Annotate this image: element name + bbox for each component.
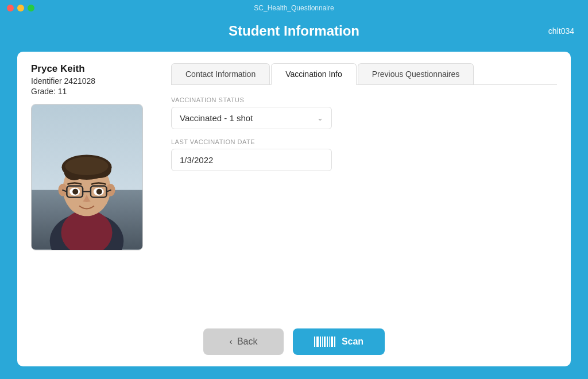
main-container: Pryce Keith Identifier 2421028 Grade: 11 <box>17 52 571 366</box>
vaccination-date-field[interactable]: 1/3/2022 <box>171 149 332 171</box>
tab-contact-information[interactable]: Contact Information <box>171 63 270 84</box>
right-panel: Contact Information Vaccination Info Pre… <box>171 63 557 319</box>
student-grade: Grade: 11 <box>31 87 157 96</box>
scan-button[interactable]: Scan <box>293 328 385 355</box>
vaccination-status-value: Vaccinated - 1 shot <box>180 113 253 123</box>
student-identifier: Identifier 2421028 <box>31 76 157 86</box>
chevron-down-icon: ⌄ <box>317 114 323 122</box>
scan-label: Scan <box>342 337 363 347</box>
student-photo <box>32 104 142 250</box>
barcode-icon <box>314 337 336 347</box>
svg-point-20 <box>96 189 102 195</box>
maximize-button[interactable] <box>28 5 34 11</box>
tab-previous-questionnaires[interactable]: Previous Questionnaires <box>358 63 474 84</box>
svg-point-9 <box>65 157 108 175</box>
left-panel: Pryce Keith Identifier 2421028 Grade: 11 <box>31 63 157 319</box>
user-code: chlt034 <box>548 26 574 36</box>
page-title: Student Information <box>229 23 359 39</box>
tabs-row: Contact Information Vaccination Info Pre… <box>171 63 557 85</box>
vaccination-status-select[interactable]: Vaccinated - 1 shot ⌄ <box>171 107 332 129</box>
svg-point-19 <box>72 189 78 195</box>
close-button[interactable] <box>7 5 14 11</box>
back-arrow-icon: ‹ <box>230 337 233 347</box>
app-header: Student Information chlt034 <box>0 16 588 46</box>
title-bar: SC_Health_Questionnaire <box>0 0 588 16</box>
back-label: Back <box>237 337 258 347</box>
vaccination-date-label: LAST VACCINATION DATE <box>171 138 557 145</box>
content-body: Pryce Keith Identifier 2421028 Grade: 11 <box>31 63 557 319</box>
buttons-row: ‹ Back Scan <box>31 328 557 355</box>
vaccination-form: VACCINATION STATUS Vaccinated - 1 shot ⌄… <box>171 96 557 171</box>
student-name: Pryce Keith <box>31 63 157 75</box>
vaccination-status-label: VACCINATION STATUS <box>171 96 557 103</box>
tab-vaccination-info[interactable]: Vaccination Info <box>271 63 357 85</box>
traffic-lights <box>7 5 34 11</box>
student-photo-frame <box>31 104 143 250</box>
window-title: SC_Health_Questionnaire <box>254 4 334 12</box>
minimize-button[interactable] <box>17 5 24 11</box>
back-button[interactable]: ‹ Back <box>203 328 284 355</box>
